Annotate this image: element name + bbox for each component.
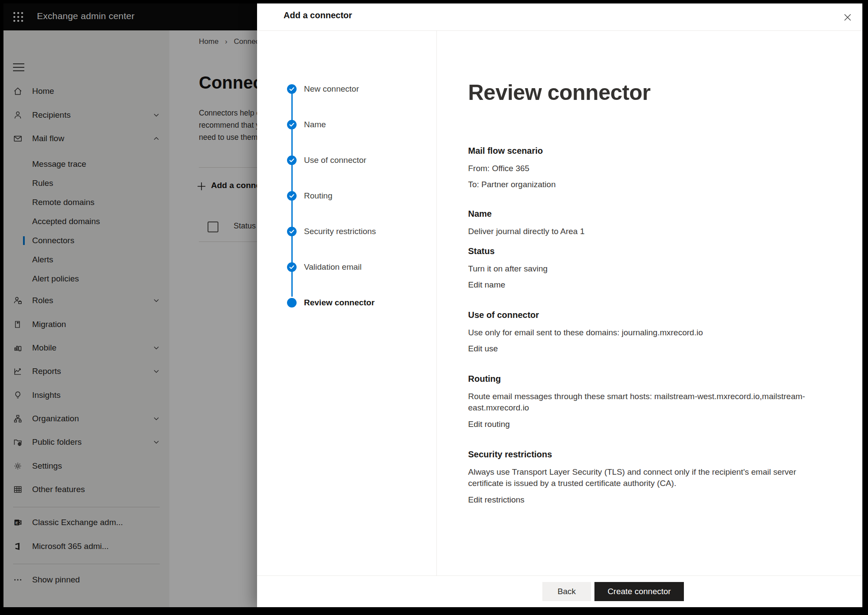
section-title-name: Name	[468, 208, 811, 219]
security-restrictions-value: Always use Transport Layer Security (TLS…	[468, 466, 811, 489]
section-title-routing: Routing	[468, 374, 811, 384]
add-connector-modal: Add a connector New connector	[257, 3, 862, 607]
edit-name-link[interactable]: Edit name	[468, 279, 505, 291]
step-review-connector[interactable]: Review connector	[257, 297, 431, 309]
routing-value: Route email messages through these smart…	[468, 391, 811, 413]
section-title-mail-flow-scenario: Mail flow scenario	[468, 145, 811, 156]
modal-footer: Back Create connector	[257, 575, 862, 607]
mail-flow-from: From: Office 365	[468, 163, 811, 174]
step-use-of-connector[interactable]: Use of connector	[257, 154, 431, 166]
close-icon[interactable]	[842, 12, 853, 23]
step-complete-icon	[287, 155, 297, 165]
wizard-steps: New connector Name Use of connector	[257, 30, 437, 576]
modal-header: Add a connector	[257, 3, 862, 31]
modal-title: Add a connector	[284, 10, 352, 20]
review-heading: Review connector	[468, 80, 811, 105]
step-complete-icon	[287, 84, 297, 94]
section-title-status: Status	[468, 246, 811, 256]
step-validation-email[interactable]: Validation email	[257, 261, 431, 273]
use-of-connector-value: Use only for email sent to these domains…	[468, 327, 811, 338]
step-new-connector[interactable]: New connector	[257, 83, 431, 95]
back-button[interactable]: Back	[542, 582, 591, 601]
edit-use-link[interactable]: Edit use	[468, 343, 498, 354]
status-value: Turn it on after saving	[468, 263, 811, 274]
review-connector-panel: Review connector Mail flow scenario From…	[468, 80, 811, 525]
step-complete-icon	[287, 227, 297, 236]
step-complete-icon	[287, 191, 297, 201]
create-connector-button[interactable]: Create connector	[594, 582, 684, 601]
edit-routing-link[interactable]: Edit routing	[468, 419, 510, 430]
mail-flow-to: To: Partner organization	[468, 179, 811, 190]
step-name[interactable]: Name	[257, 119, 431, 131]
step-complete-icon	[287, 120, 297, 129]
edit-restrictions-link[interactable]: Edit restrictions	[468, 494, 525, 506]
step-security-restrictions[interactable]: Security restrictions	[257, 225, 431, 238]
section-title-security-restrictions: Security restrictions	[468, 449, 811, 460]
exchange-admin-app: Exchange admin center Home Recipients	[3, 3, 862, 607]
screenshot-frame: Exchange admin center Home Recipients	[0, 0, 868, 615]
step-complete-icon	[287, 262, 297, 272]
step-routing[interactable]: Routing	[257, 190, 431, 202]
connector-name-value: Deliver journal directly to Area 1	[468, 226, 811, 237]
section-title-use-of-connector: Use of connector	[468, 310, 811, 320]
step-current-icon	[287, 298, 297, 308]
